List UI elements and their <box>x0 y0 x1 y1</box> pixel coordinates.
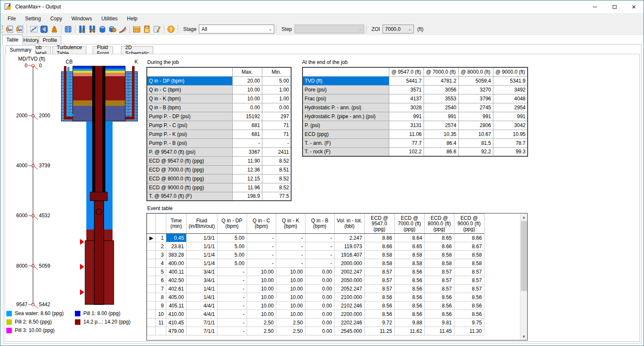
event-cell[interactable]: 2052.247 <box>334 285 364 293</box>
zoi-combobox[interactable]: 7000.0 ⌄ <box>383 25 414 33</box>
value-cell[interactable]: 78.7 <box>493 138 528 147</box>
event-cell[interactable]: 10.00 <box>247 310 276 318</box>
row-label[interactable]: P. @ 9547.0 (ft) (psi) <box>147 147 232 156</box>
row-number[interactable]: 2 <box>156 242 166 251</box>
event-cell[interactable]: 8.66 <box>454 234 484 242</box>
event-cell[interactable]: 8.67 <box>454 242 484 251</box>
event-cell[interactable]: 405.11 <box>166 302 187 310</box>
column-header[interactable] <box>156 214 166 234</box>
event-cell[interactable]: 4/4/1 <box>186 302 217 310</box>
value-cell[interactable]: 10.35 <box>424 130 458 138</box>
event-cell[interactable]: - <box>217 293 247 302</box>
event-cell[interactable]: 5.00 <box>217 234 247 242</box>
value-cell[interactable]: 99.3 <box>493 147 528 156</box>
stage-combobox[interactable]: All ⌄ <box>199 25 274 33</box>
value-cell[interactable]: 1.00 <box>262 85 291 94</box>
event-cell[interactable]: 0.00 <box>305 268 334 276</box>
event-cell[interactable]: 8.56 <box>454 293 484 302</box>
row-label[interactable]: Pump P. - K (psi) <box>147 130 232 138</box>
column-header[interactable]: ECD @ 8000.0 (ft) (ppg) <box>424 214 454 234</box>
value-cell[interactable]: 15192 <box>232 112 262 121</box>
row-label[interactable]: Pump P. - C (psi) <box>147 121 232 130</box>
event-cell[interactable]: 1916.407 <box>334 251 364 259</box>
value-cell[interactable]: 11.90 <box>232 156 262 165</box>
event-cell[interactable]: 10.00 <box>276 285 305 293</box>
row-number[interactable]: 11 <box>156 318 166 327</box>
calculator-icon[interactable] <box>142 25 151 34</box>
event-cell[interactable]: 2.247 <box>334 234 364 242</box>
window-close-button[interactable]: ✕ <box>624 0 644 13</box>
column-header[interactable]: Time (min) <box>166 214 187 234</box>
value-cell[interactable]: 3553 <box>424 94 458 103</box>
event-cell[interactable]: 402.61 <box>166 285 187 293</box>
value-cell[interactable]: 102.2 <box>389 147 424 156</box>
row-selector[interactable] <box>147 285 156 293</box>
tab-profile[interactable]: Profile <box>39 36 61 44</box>
event-cell[interactable]: - <box>217 318 247 327</box>
row-selector[interactable] <box>147 302 156 310</box>
event-cell[interactable]: 0.00 <box>305 310 334 318</box>
event-cell[interactable]: 10.00 <box>276 310 305 318</box>
value-cell[interactable]: 3131 <box>389 121 424 130</box>
event-cell[interactable]: 10.00 <box>247 276 276 285</box>
value-cell[interactable]: 991 <box>493 112 528 121</box>
value-cell[interactable]: 4781.2 <box>424 76 458 85</box>
row-label[interactable]: ECD @ 7000.0 (ft) (ppg) <box>147 165 232 174</box>
row-selector[interactable] <box>147 293 156 302</box>
event-cell[interactable]: 11.30 <box>454 327 484 335</box>
value-cell[interactable]: 71 <box>262 121 291 130</box>
event-cell[interactable]: 0.00 <box>305 276 334 285</box>
value-cell[interactable]: 86.4 <box>424 138 458 147</box>
subtab-summary[interactable]: Summary <box>6 45 36 54</box>
event-cell[interactable]: 5.00 <box>217 242 247 251</box>
row-selector[interactable] <box>147 327 156 335</box>
event-cell[interactable]: 8.58 <box>364 251 394 259</box>
event-cell[interactable]: 11.45 <box>424 327 454 335</box>
event-cell[interactable]: 0.00 <box>305 302 334 310</box>
event-cell[interactable]: 8.57 <box>364 285 394 293</box>
row-label[interactable]: Q in - DP (bpm) <box>147 76 232 85</box>
value-cell[interactable]: 12.36 <box>232 165 262 174</box>
row-label[interactable]: T. @ 9547.0 (ft) (F) <box>147 192 232 201</box>
value-cell[interactable]: 3028 <box>389 103 424 112</box>
event-cell[interactable]: 8.56 <box>424 302 454 310</box>
event-cell[interactable]: 2.50 <box>276 327 305 335</box>
column-header[interactable]: Q in - B (bpm) <box>305 214 334 234</box>
event-cell[interactable]: - <box>247 234 276 242</box>
event-cell[interactable]: - <box>305 259 334 268</box>
event-cell[interactable]: 8.56 <box>394 285 424 293</box>
row-label[interactable]: ECD (ppg) <box>303 130 389 138</box>
event-cell[interactable]: 410.45 <box>166 318 187 327</box>
event-cell[interactable]: 8.66 <box>364 234 394 242</box>
event-cell[interactable]: 8.56 <box>454 310 484 318</box>
value-cell[interactable]: 8.52 <box>262 174 291 183</box>
event-cell[interactable]: 8.57 <box>454 285 484 293</box>
event-cell[interactable]: 9.75 <box>454 318 484 327</box>
scrollbar-up-button[interactable]: ▲ <box>520 213 527 221</box>
row-number[interactable]: 3 <box>156 251 166 259</box>
row-number[interactable]: 10 <box>156 310 166 318</box>
value-cell[interactable]: 991 <box>389 112 424 121</box>
row-number[interactable] <box>156 327 166 335</box>
value-cell[interactable]: 5059.4 <box>458 76 493 85</box>
event-cell[interactable]: 2202.246 <box>334 318 364 327</box>
window-maximize-button[interactable] <box>605 0 624 13</box>
event-cell[interactable]: 10.00 <box>276 268 305 276</box>
event-cell[interactable]: 8.58 <box>424 251 454 259</box>
value-cell[interactable]: 0.00 <box>262 103 291 112</box>
event-cell[interactable]: 8.66 <box>424 242 454 251</box>
value-cell[interactable]: 71 <box>262 130 291 138</box>
event-cell[interactable]: 2.50 <box>247 318 276 327</box>
column-header[interactable]: Fluid (in/Btm/out) <box>186 214 217 234</box>
event-cell[interactable]: 8.56 <box>394 268 424 276</box>
event-cell[interactable]: 8.57 <box>424 276 454 285</box>
row-number[interactable]: 8 <box>156 293 166 302</box>
event-cell[interactable]: - <box>247 242 276 251</box>
event-cell[interactable]: 8.57 <box>454 276 484 285</box>
event-cell[interactable]: 1/1/4 <box>186 251 217 259</box>
event-cell[interactable]: 0.00 <box>305 327 334 335</box>
event-cell[interactable]: 8.66 <box>364 242 394 251</box>
value-cell[interactable]: 10.00 <box>232 85 262 94</box>
row-label[interactable]: T. - rock (F) <box>303 147 389 156</box>
event-cell[interactable]: 10.00 <box>276 302 305 310</box>
